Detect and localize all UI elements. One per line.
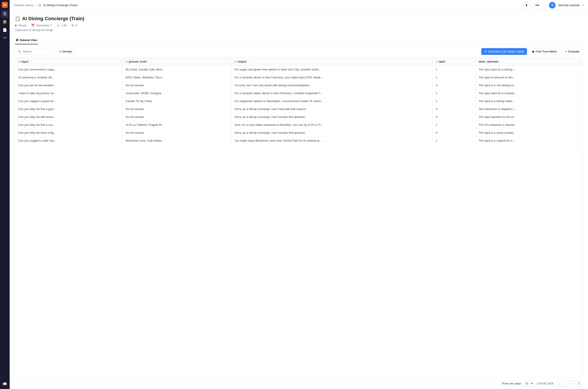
rows-per-page-select[interactable]: 10 25 50 <box>522 380 534 386</box>
cell-ground-truth: Do not answer <box>123 113 231 121</box>
table-row[interactable]: Can you suggest a cafe nea... Bluestone … <box>15 137 583 145</box>
dataset-tabs: ⊞ Dataset View <box>15 36 583 45</box>
breadcrumb-root[interactable]: Dataset Library <box>14 3 33 7</box>
density-icon: ≡ <box>59 50 61 53</box>
cell-ground-truth: Do not answer <box>123 105 231 113</box>
dataset-cols: 5 <box>76 24 77 27</box>
cell-input: Can you recommend a vega... <box>15 66 123 73</box>
table-row[interactable]: Can you tell me the weather... Do not an… <box>15 81 583 89</box>
input-sort-icon[interactable]: ↕ <box>29 60 30 63</box>
cell-label: 0 <box>433 129 475 137</box>
cell-label: 1 <box>433 73 475 81</box>
cell-label: 1 <box>433 89 475 97</box>
cell-label: 1 <box>433 121 475 129</box>
rows-per-page: Rows per page 10 25 50 <box>502 380 534 386</box>
rows-per-page-label: Rows per page <box>502 382 521 385</box>
sidebar-icon-database[interactable]: 🗄 <box>1 10 8 18</box>
finetune-metric-button[interactable]: ◆ Fine-Tune Metric <box>529 48 560 55</box>
avatar: S <box>549 2 556 9</box>
last-page-button[interactable]: ⟫ <box>576 380 582 386</box>
toolbar-right: ✦ Generate LLM Judge Labels ◆ Fine-Tune … <box>481 48 583 55</box>
evaluate-button[interactable]: + Evaluate <box>562 48 583 55</box>
density-button[interactable]: ≡ Density <box>56 48 75 55</box>
search-input[interactable] <box>23 50 52 53</box>
cell-ground-truth: Al Di La Trattoria, Fragole Ri... <box>123 121 231 129</box>
breadcrumb: Dataset Library › 📋 AI Dining Concierge … <box>14 3 78 7</box>
input-col-icon: ⊙ <box>18 60 20 63</box>
table-row[interactable]: Can you recommend a vega... By Chloe, Ca… <box>15 66 583 73</box>
pagination: Rows per page 10 25 50 1-10 of 1,913 ⟪ ‹… <box>15 378 583 389</box>
search-box: 🔍 <box>15 48 54 55</box>
sidebar-icon-box[interactable]: 📦 <box>1 18 8 26</box>
breadcrumb-icon: 📋 <box>38 3 41 7</box>
cell-ground-truth: Bluestone Lane, Cafe Sabar... <box>123 137 231 145</box>
col-header-ground-truth[interactable]: ⊙ ground_truth ↕ <box>123 58 231 66</box>
cell-output: For vegan and gluten-free options in New… <box>231 66 433 73</box>
ground-truth-sort-icon[interactable]: ↕ <box>147 60 149 63</box>
table-row[interactable]: I want to take my partner ou... Acquerel… <box>15 89 583 97</box>
cell-label: 0 <box>433 81 475 89</box>
cell-label: 0 <box>433 105 475 113</box>
col-header-label-rationale[interactable]: label_rationale ↕ <box>475 58 583 66</box>
logo[interactable]: M <box>2 2 8 8</box>
page-navigation: ⟪ ‹ › ⟫ <box>556 380 582 386</box>
generate-llm-button[interactable]: ✦ Generate LLM Judge Labels <box>481 48 527 55</box>
table-row[interactable]: I'm planning a romantic din... EPIC Stea… <box>15 73 583 81</box>
cell-label-rationale: The input is a non-dining rel... <box>475 81 583 89</box>
data-table-wrapper[interactable]: ⊙ input ↕ ⊙ ground_truth ↕ <box>15 58 583 378</box>
table-row[interactable]: Can you help me with booki... Do not ans… <box>15 113 583 121</box>
cell-label-rationale: The AI's response is relevan... <box>475 121 583 129</box>
finetune-icon: ◆ <box>532 50 534 53</box>
breadcrumb-current: AI Dining Concierge (Train) <box>43 3 78 7</box>
cell-input: Can you help me find a coz... <box>15 121 123 129</box>
label-sort-icon[interactable]: ↕ <box>446 60 447 63</box>
sidebar-icon-api[interactable]: API <box>1 34 8 41</box>
label-col-icon: ◇ <box>436 60 438 63</box>
cell-label-rationale: The input asks for a dining r... <box>475 66 583 73</box>
table-row[interactable]: Can you suggest a place for... Candle 79… <box>15 97 583 105</box>
prev-page-button[interactable]: ‹ <box>562 380 569 386</box>
label-rationale-sort-icon[interactable]: ↕ <box>500 60 501 63</box>
table-row[interactable]: Can you help me find a coz... Al Di La T… <box>15 121 583 129</box>
first-page-button[interactable]: ⟪ <box>556 380 562 386</box>
cell-label-rationale: The input is a dining-relate... <box>475 97 583 105</box>
cell-label: 1 <box>433 137 475 145</box>
cell-output: I'm sorry, but I can only assist with di… <box>231 81 433 89</box>
cell-output: For vegetarian options in Manhattan, I r… <box>231 97 433 105</box>
tab-dataset-view[interactable]: ⊞ Dataset View <box>15 36 38 44</box>
table-row[interactable]: Can you help me find a gym... Do not ans… <box>15 105 583 113</box>
dataset-header: 📋 AI Dining Concierge (Train) Ready • 📅 … <box>15 16 583 32</box>
next-page-button[interactable]: › <box>569 380 575 386</box>
cell-output: For a romantic dinner in San Francisco, … <box>231 73 433 81</box>
cell-ground-truth: Acquerello, SPQR, Cotogna <box>123 89 231 97</box>
col-header-output[interactable]: ⊙ output ↕ <box>231 58 433 66</box>
chevron-down-icon[interactable]: ▾ <box>582 4 584 7</box>
col-header-label[interactable]: ◇ label ↕ <box>433 58 475 66</box>
data-table: ⊙ input ↕ ⊙ ground_truth ↕ <box>15 58 583 145</box>
generate-icon: ✦ <box>484 50 487 53</box>
sidebar-icon-book[interactable]: 📖 <box>1 380 8 387</box>
cell-output: Sure, for a cozy Italian restaurant in B… <box>231 121 433 129</box>
main-content: Dataset Library › 📋 AI Dining Concierge … <box>10 0 588 389</box>
cell-input: I'm planning a romantic din... <box>15 73 123 81</box>
cell-label-rationale: The interaction is negative (... <box>475 105 583 113</box>
code-button[interactable]: </> <box>533 2 542 8</box>
table-row[interactable]: Can you help me book a flig... Do not an… <box>15 129 583 137</box>
topnav: Dataset Library › 📋 AI Dining Concierge … <box>10 0 588 10</box>
cell-ground-truth: Do not answer <box>123 129 231 137</box>
cell-label: 1 <box>433 66 475 73</box>
table-body: Can you recommend a vega... By Chloe, Ca… <box>15 66 583 145</box>
user-name: Sarmad Lastmile <box>558 3 580 7</box>
status-dot <box>15 25 17 26</box>
col-header-input[interactable]: ⊙ input ↕ <box>15 58 123 66</box>
cell-ground-truth: EPIC Steak, Waterbar, Top o... <box>123 73 231 81</box>
cell-ground-truth: Candle 79, By Chloe <box>123 97 231 105</box>
dataset-title: 📋 AI Dining Concierge (Train) <box>15 16 583 22</box>
cell-input: Can you help me with booki... <box>15 113 123 121</box>
output-sort-icon[interactable]: ↕ <box>247 60 248 63</box>
download-button[interactable]: ⬇ <box>523 2 530 8</box>
dataset-date: November 7 <box>36 24 52 27</box>
cell-label-rationale: The input is a request for a ... <box>475 137 583 145</box>
sidebar-icon-file[interactable]: 📄 <box>1 26 8 33</box>
page: 📋 AI Dining Concierge (Train) Ready • 📅 … <box>10 10 588 389</box>
